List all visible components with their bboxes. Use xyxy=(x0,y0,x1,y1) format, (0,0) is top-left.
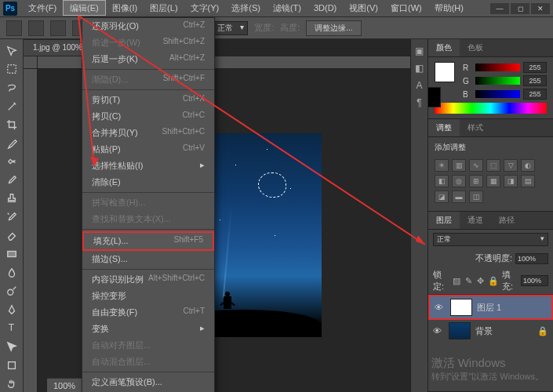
hue-icon[interactable]: ◐ xyxy=(521,159,535,172)
layer-name[interactable]: 图层 1 xyxy=(477,302,501,314)
lock-position-icon[interactable]: ✥ xyxy=(476,275,485,286)
menu-item[interactable]: 选择性粘贴(I) xyxy=(82,158,214,174)
menu-item[interactable]: 变换 xyxy=(82,321,214,337)
hand-tool[interactable] xyxy=(3,375,20,392)
exposure-icon[interactable]: ⬚ xyxy=(486,159,500,172)
type-tool[interactable]: T xyxy=(3,320,20,337)
visibility-icon[interactable]: 👁 xyxy=(435,303,446,312)
history-icon[interactable]: ▣ xyxy=(415,45,424,56)
g-slider[interactable] xyxy=(475,77,520,85)
zoom-level[interactable]: 100% xyxy=(53,381,75,390)
menu-3[interactable]: 图层(L) xyxy=(144,1,184,15)
menu-7[interactable]: 3D(D) xyxy=(307,1,343,15)
history-brush-tool[interactable] xyxy=(3,209,20,226)
gradient-map-icon[interactable]: ▬ xyxy=(452,191,466,203)
layer-thumbnail[interactable] xyxy=(449,322,471,339)
menu-item[interactable]: 清除(E) xyxy=(82,174,214,191)
vibrance-icon[interactable]: ▽ xyxy=(504,159,518,172)
stamp-tool[interactable] xyxy=(3,191,20,208)
menu-8[interactable]: 视图(V) xyxy=(343,1,384,15)
menu-item[interactable]: 操控变形 xyxy=(82,288,214,304)
eraser-tool[interactable] xyxy=(3,227,20,245)
b-slider[interactable] xyxy=(475,90,520,98)
menu-item[interactable]: 合并拷贝(Y)Shift+Ctrl+C xyxy=(82,125,214,141)
r-slider[interactable] xyxy=(475,64,520,71)
tab-channels[interactable]: 通道 xyxy=(460,212,491,229)
foreground-color[interactable] xyxy=(435,62,455,82)
lock-transparency-icon[interactable]: ▨ xyxy=(452,275,460,286)
marquee-tool[interactable] xyxy=(3,61,20,78)
menu-item[interactable]: 描边(S)... xyxy=(82,251,214,267)
properties-icon[interactable]: ◧ xyxy=(415,63,424,74)
tool-preset-icon[interactable] xyxy=(6,20,22,36)
menu-item[interactable]: 粘贴(P)Ctrl+V xyxy=(82,141,214,158)
posterize-icon[interactable]: ▤ xyxy=(521,175,535,187)
shape-tool[interactable] xyxy=(3,357,20,374)
layer-thumbnail[interactable] xyxy=(450,299,472,316)
tab-swatches[interactable]: 色板 xyxy=(460,39,491,56)
lookup-icon[interactable]: ▦ xyxy=(486,175,500,187)
fill-input[interactable]: 100% xyxy=(521,275,548,286)
maximize-button[interactable]: ◻ xyxy=(511,3,529,14)
menu-item[interactable]: 剪切(T)Ctrl+X xyxy=(82,92,214,108)
move-tool[interactable] xyxy=(3,42,20,60)
menu-4[interactable]: 文字(Y) xyxy=(184,1,226,15)
lasso-tool[interactable] xyxy=(3,79,20,96)
tab-color[interactable]: 颜色 xyxy=(428,39,460,56)
tab-adjustments[interactable]: 调整 xyxy=(428,119,460,136)
menu-0[interactable]: 文件(F) xyxy=(22,1,63,15)
menu-item[interactable]: 自由变换(F)Ctrl+T xyxy=(82,304,214,321)
tab-styles[interactable]: 样式 xyxy=(460,119,491,136)
visibility-icon[interactable]: 👁 xyxy=(433,326,444,336)
r-value[interactable]: 255 xyxy=(523,62,547,73)
layer-row[interactable]: 👁图层 1 xyxy=(428,295,553,320)
refine-edge-button[interactable]: 调整边缘... xyxy=(306,20,361,36)
menu-5[interactable]: 选择(S) xyxy=(225,1,267,15)
tab-layers[interactable]: 图层 xyxy=(428,212,460,229)
b-value[interactable]: 255 xyxy=(523,89,547,100)
minimize-button[interactable]: — xyxy=(490,3,509,14)
close-button[interactable]: ✕ xyxy=(531,3,550,14)
opacity-input[interactable]: 100% xyxy=(515,253,548,264)
gradient-tool[interactable] xyxy=(3,245,20,263)
g-value[interactable]: 255 xyxy=(523,75,547,86)
selective-color-icon[interactable]: ◫ xyxy=(469,191,483,203)
menu-item[interactable]: 内容识别比例Alt+Shift+Ctrl+C xyxy=(82,271,214,288)
levels-icon[interactable]: ▥ xyxy=(452,159,466,172)
menu-item[interactable]: 后退一步(K)Alt+Ctrl+Z xyxy=(82,51,214,67)
bw-icon[interactable]: ◧ xyxy=(435,175,449,187)
brush-tool[interactable] xyxy=(3,172,20,189)
layer-name[interactable]: 背景 xyxy=(475,325,493,337)
heal-tool[interactable] xyxy=(3,153,20,170)
lock-all-icon[interactable]: 🔒 xyxy=(488,275,499,286)
channel-mixer-icon[interactable]: ⊞ xyxy=(469,175,483,187)
menu-item[interactable]: 还原羽化(O)Ctrl+Z xyxy=(82,18,214,34)
menu-2[interactable]: 图像(I) xyxy=(106,1,144,15)
blur-tool[interactable] xyxy=(3,264,20,281)
menu-item[interactable]: 填充(L)...Shift+F5 xyxy=(82,231,214,251)
character-icon[interactable]: A xyxy=(416,80,422,91)
menu-1[interactable]: 编辑(E) xyxy=(63,0,106,16)
photo-filter-icon[interactable]: ◎ xyxy=(452,175,466,187)
curves-icon[interactable]: ∿ xyxy=(469,159,483,172)
menu-9[interactable]: 窗口(W) xyxy=(384,1,428,15)
tab-paths[interactable]: 路径 xyxy=(491,212,522,229)
pen-tool[interactable] xyxy=(3,301,20,318)
dodge-tool[interactable] xyxy=(3,283,20,300)
spectrum-bar[interactable] xyxy=(435,103,547,114)
lock-pixels-icon[interactable]: ✎ xyxy=(464,275,472,286)
menu-6[interactable]: 滤镜(T) xyxy=(267,1,307,15)
selection-new-icon[interactable] xyxy=(28,20,44,36)
menu-item[interactable]: 拷贝(C)Ctrl+C xyxy=(82,108,214,125)
invert-icon[interactable]: ◨ xyxy=(504,175,518,187)
menu-10[interactable]: 帮助(H) xyxy=(428,1,470,15)
eyedropper-tool[interactable] xyxy=(3,135,20,152)
crop-tool[interactable] xyxy=(3,116,20,133)
menu-item[interactable]: 定义画笔预设(B)... xyxy=(82,374,214,390)
brightness-icon[interactable]: ☀ xyxy=(435,159,449,172)
layer-row[interactable]: 👁背景🔒 xyxy=(428,320,553,342)
selection-add-icon[interactable] xyxy=(50,20,66,36)
threshold-icon[interactable]: ◪ xyxy=(435,191,449,203)
selection-marquee[interactable] xyxy=(258,172,286,198)
wand-tool[interactable] xyxy=(3,98,20,115)
